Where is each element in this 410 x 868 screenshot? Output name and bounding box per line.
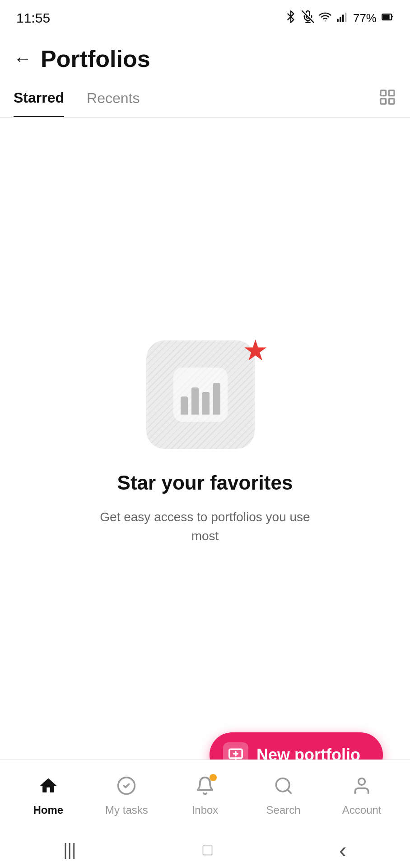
- system-back-button[interactable]: ‹: [339, 837, 347, 863]
- tab-recents[interactable]: Recents: [87, 81, 140, 117]
- battery-icon: [381, 10, 394, 26]
- bottom-nav: Home My tasks Inbox Searc: [0, 760, 410, 832]
- svg-rect-10: [383, 15, 389, 19]
- main-content: ★ Star your favorites Get easy access to…: [0, 118, 410, 741]
- nav-inbox[interactable]: Inbox: [166, 776, 244, 816]
- empty-state-illustration: ★: [146, 340, 264, 458]
- search-icon: [274, 776, 294, 800]
- svg-rect-7: [345, 12, 347, 22]
- nav-home-label: Home: [33, 804, 63, 816]
- inbox-notification-dot: [210, 774, 217, 781]
- empty-state-subtitle: Get easy access to portfolios you use mo…: [92, 508, 318, 546]
- back-button[interactable]: ←: [14, 49, 32, 69]
- system-menu-button[interactable]: |||: [63, 840, 76, 859]
- svg-rect-13: [381, 99, 386, 104]
- battery-indicator: 77%: [353, 11, 377, 25]
- svg-rect-11: [381, 90, 386, 96]
- svg-rect-5: [340, 17, 341, 22]
- chart-bar-4: [213, 383, 220, 415]
- header: ← Portfolios: [0, 36, 410, 81]
- svg-line-22: [287, 789, 291, 793]
- empty-state-title: Star your favorites: [117, 472, 293, 494]
- tabs-bar: Starred Recents: [0, 81, 410, 118]
- star-icon: ★: [242, 336, 268, 365]
- chart-icon: [173, 368, 228, 422]
- system-home-button[interactable]: □: [203, 840, 213, 859]
- portfolio-card-placeholder: [146, 340, 255, 449]
- nav-search[interactable]: Search: [244, 776, 323, 816]
- nav-account[interactable]: Account: [322, 776, 401, 816]
- svg-rect-12: [389, 90, 394, 96]
- status-time: 11:55: [16, 10, 50, 26]
- nav-account-label: Account: [342, 804, 382, 816]
- tabs-left: Starred Recents: [14, 81, 140, 117]
- home-icon: [38, 776, 58, 800]
- status-bar: 11:55: [0, 0, 410, 36]
- page-title: Portfolios: [41, 45, 150, 72]
- grid-view-icon[interactable]: [378, 88, 396, 110]
- svg-rect-14: [389, 99, 394, 104]
- mute-icon: [302, 10, 314, 26]
- nav-home[interactable]: Home: [9, 776, 88, 816]
- wifi-icon: [319, 10, 331, 26]
- svg-rect-6: [342, 14, 344, 22]
- nav-inbox-label: Inbox: [192, 804, 219, 816]
- chart-bar-3: [202, 392, 210, 415]
- mytasks-icon: [116, 776, 136, 800]
- nav-mytasks-label: My tasks: [105, 804, 148, 816]
- svg-point-23: [359, 778, 365, 785]
- bluetooth-icon: [284, 10, 297, 26]
- empty-state: ★ Star your favorites Get easy access to…: [92, 340, 318, 546]
- nav-search-label: Search: [266, 804, 301, 816]
- status-icons: 77%: [284, 10, 394, 26]
- chart-bar-2: [191, 387, 199, 415]
- nav-mytasks[interactable]: My tasks: [88, 776, 166, 816]
- chart-bar-1: [181, 396, 188, 415]
- svg-rect-4: [337, 19, 339, 22]
- signal-icon: [336, 10, 349, 26]
- tab-starred[interactable]: Starred: [14, 81, 64, 117]
- system-nav: ||| □ ‹: [0, 832, 410, 868]
- inbox-icon: [195, 776, 215, 800]
- account-icon: [352, 776, 372, 800]
